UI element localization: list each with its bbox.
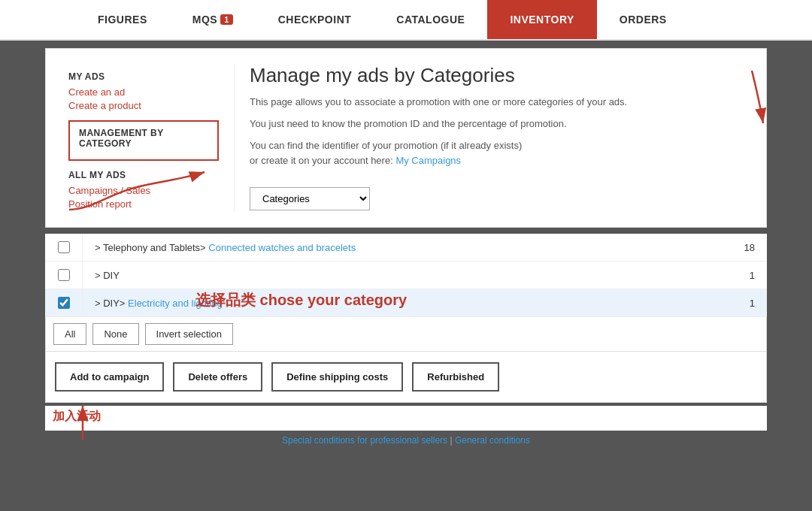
delete-offers-button[interactable]: Delete offers [173,362,262,392]
chinese-note: 加入活动 [45,406,767,431]
main-card: MY ADS Create an ad Create a product MAN… [45,48,767,228]
row-3-count: 1 [722,290,767,316]
row-1-link[interactable]: Connected watches and bracelets [208,242,356,253]
invert-selection-button[interactable]: Invert selection [145,323,233,345]
desc-3: You can find the identifier of your prom… [250,138,744,170]
table-annotation-wrapper: > Telephony and Tablets> Connected watch… [0,234,812,431]
table-area: > Telephony and Tablets> Connected watch… [45,234,767,317]
row-2-checkbox-cell [45,262,83,289]
row-3-checkbox[interactable] [58,297,70,309]
my-ads-title: MY ADS [68,71,219,82]
nav-catalogue[interactable]: CATALOGUE [374,0,487,39]
all-my-ads-title: ALL MY ADS [68,170,219,180]
nav-checkpoint[interactable]: CHECKPOINT [256,0,374,39]
general-conditions-link[interactable]: General conditions [455,435,530,446]
row-1-checkbox[interactable] [58,241,70,253]
row-3-checkbox-cell [45,289,83,316]
page-title: Manage my ads by Categories [250,64,744,87]
row-1-checkbox-cell [45,234,83,261]
content-area: Manage my ads by Categories This page al… [234,64,744,212]
my-campaigns-link[interactable]: My Campaigns [395,155,461,166]
sidebar: MY ADS Create an ad Create a product MAN… [68,64,234,212]
nav-mqs[interactable]: MQS 1 [170,0,256,39]
special-conditions-link[interactable]: Special conditions for professional sell… [282,435,447,446]
row-1-text: > Telephony and Tablets> Connected watch… [83,234,722,261]
nav-figures[interactable]: FIGURES [75,0,170,39]
select-all-button[interactable]: All [53,323,86,345]
nav-inventory[interactable]: INVENTORY [487,0,596,39]
add-to-campaign-button[interactable]: Add to campaign [55,362,164,392]
categories-dropdown[interactable]: Categories Subcategories All [250,187,370,210]
row-3-link[interactable]: Electricity and lighting [128,298,223,309]
define-shipping-costs-button[interactable]: Define shipping costs [271,362,403,392]
management-title: MANAGEMENT BY CATEGORY [79,128,208,149]
create-product-link[interactable]: Create a product [68,100,219,111]
top-navigation: FIGURES MQS 1 CHECKPOINT CATALOGUE INVEN… [0,0,812,41]
table-row: > DIY> Electricity and lighting 1 [45,289,767,317]
table-row: > DIY 1 [45,262,767,289]
row-3-text: > DIY> Electricity and lighting [83,290,722,316]
action-buttons-area: Add to campaign Delete offers Define shi… [45,352,767,403]
desc-1: This page allows you to associate a prom… [250,95,744,110]
selection-buttons-row: All None Invert selection [45,317,767,352]
nav-orders[interactable]: ORDERS [597,0,689,39]
row-2-checkbox[interactable] [58,269,70,281]
row-2-count: 1 [722,262,767,289]
create-ad-link[interactable]: Create an ad [68,86,219,98]
row-2-text: > DIY [83,262,722,289]
desc-2: You just need to know the promotion ID a… [250,116,744,132]
management-category-box: MANAGEMENT BY CATEGORY [68,120,219,161]
position-report-link[interactable]: Position report [68,198,219,210]
campaigns-sales-link[interactable]: Campaigns / Sales [68,185,219,196]
select-none-button[interactable]: None [92,323,138,345]
mqs-badge: 1 [220,14,233,25]
row-1-count: 18 [722,234,767,261]
table-row: > Telephony and Tablets> Connected watch… [45,234,767,262]
footer-links: Special conditions for professional sell… [0,435,812,446]
refurbished-button[interactable]: Refurbished [412,362,499,392]
